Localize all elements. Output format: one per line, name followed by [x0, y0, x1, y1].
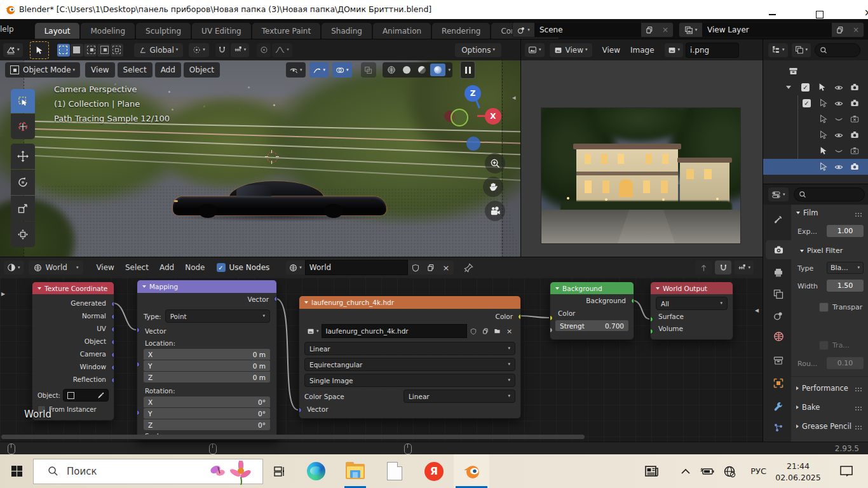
use-nodes-row[interactable]: ✓ Use Nodes	[217, 263, 270, 272]
gizmo-minus-z-ball[interactable]	[466, 137, 480, 151]
socket-location[interactable]	[137, 362, 140, 367]
color-space-dropdown[interactable]: Linear▾	[403, 390, 515, 403]
outliner-row-object[interactable]	[763, 127, 868, 143]
editor-type-button-image[interactable]: ▾	[525, 43, 545, 57]
tray-network[interactable]	[718, 454, 741, 488]
performance-drag-dots[interactable]	[855, 387, 862, 391]
node-snap-settings-dropdown[interactable]: ▾	[735, 261, 754, 274]
close-button[interactable]: ×	[863, 8, 868, 18]
render-camera-icon[interactable]	[850, 83, 859, 92]
tool-rotate-button[interactable]	[11, 170, 35, 195]
shading-material-button[interactable]	[415, 64, 429, 76]
tab-modifier-properties[interactable]	[766, 396, 791, 416]
editor-type-button-viewport[interactable]: ▾	[3, 43, 23, 57]
tab-output-properties[interactable]	[766, 263, 791, 282]
node-environment-texture[interactable]: laufenurg_church_4k.hdr Color ▾ laufenur…	[299, 295, 521, 419]
rotation-z-field[interactable]: Z0°	[144, 419, 270, 430]
film-panel-header[interactable]: Film	[796, 208, 818, 217]
hide-eye-icon[interactable]	[834, 163, 843, 172]
task-view-button[interactable]	[263, 454, 296, 488]
outliner-row-object-hidden2[interactable]	[763, 143, 868, 159]
viewport-menu-view[interactable]: View	[85, 62, 114, 78]
image-menu-image[interactable]: Image	[630, 46, 654, 55]
socket-object[interactable]	[111, 339, 114, 345]
world-name-field[interactable]: World	[305, 260, 408, 275]
film-panel-drag-dots[interactable]	[855, 212, 862, 217]
env-copy-button[interactable]	[479, 325, 491, 337]
pixel-filter-panel-header[interactable]: Pixel Filter	[800, 247, 843, 255]
view-layer-unlink-button[interactable]: ×	[848, 23, 864, 37]
tab-rendering[interactable]: Rendering	[432, 23, 490, 39]
node-snap-toggle[interactable]	[715, 261, 731, 274]
shader-type-dropdown[interactable]: World ▾	[29, 261, 84, 274]
eye-closed-icon[interactable]	[834, 116, 843, 124]
socket-generated[interactable]	[111, 301, 114, 307]
image-menu-view[interactable]: View	[602, 46, 620, 55]
select-mode-invert[interactable]	[97, 44, 110, 57]
bake-drag-dots[interactable]	[855, 406, 862, 410]
grease-pencil-panel-header[interactable]: Grease Pencil	[796, 422, 851, 431]
filter-width-value[interactable]: 1.50	[827, 280, 864, 292]
taskbar-blender-active[interactable]	[454, 454, 489, 488]
tray-hidden-icons-chevron[interactable]	[676, 454, 695, 488]
object-field[interactable]	[63, 389, 109, 402]
location-z-field[interactable]: Z0 m	[144, 372, 270, 383]
zoom-button[interactable]	[485, 153, 505, 173]
roughness-value[interactable]: 0.10	[827, 357, 864, 369]
camera-view-button[interactable]	[485, 201, 505, 221]
env-image-name-field[interactable]: laufenurg_church_4k.hdr	[322, 324, 467, 338]
selectable-icon[interactable]	[819, 114, 828, 123]
socket-window[interactable]	[111, 365, 114, 370]
tab-render-properties[interactable]	[766, 240, 791, 259]
maximize-button[interactable]	[815, 9, 825, 19]
view-layer-browse-button[interactable]: ▾	[679, 23, 702, 37]
menu-help-partial[interactable]: lelp	[0, 25, 14, 34]
pivot-point-dropdown[interactable]: ▾	[189, 43, 209, 57]
proportional-falloff-dropdown[interactable]: ▾	[272, 43, 292, 57]
tray-language[interactable]: РУС	[750, 466, 766, 476]
scene-browse-button[interactable]: ▾	[513, 23, 534, 37]
socket-camera[interactable]	[111, 352, 114, 358]
tab-collection-properties[interactable]	[766, 351, 791, 370]
filter-type-dropdown[interactable]: Bla...▾	[827, 262, 864, 274]
socket-color-out[interactable]	[518, 314, 521, 320]
outliner-row-subcollection[interactable]: ✓	[763, 95, 868, 111]
tab-world-properties[interactable]	[766, 327, 791, 346]
image-mode-dropdown[interactable]: View ▾	[550, 43, 592, 57]
viewport-menu-object[interactable]: Object	[184, 62, 220, 78]
tray-battery[interactable]	[695, 454, 718, 488]
mode-dropdown[interactable]: Object Mode ▾	[5, 62, 80, 78]
env-fake-user-button[interactable]	[467, 325, 479, 337]
node-world-output[interactable]: World Output All▾ Surface Volume	[650, 281, 733, 340]
shader-menu-select[interactable]: Select	[125, 263, 149, 272]
proportional-edit-toggle[interactable]	[257, 43, 271, 57]
render-camera-icon[interactable]	[850, 98, 859, 107]
socket-rotation[interactable]	[137, 410, 140, 416]
node-sidebar-toggle-right[interactable]: ◂	[755, 306, 759, 315]
transform-orientation-dropdown[interactable]: Global ▾	[134, 43, 184, 57]
navigation-gizmo[interactable]: Z X	[442, 83, 512, 159]
gizmo-x-ball[interactable]: X	[485, 108, 501, 125]
outliner-row-collection[interactable]: ✓	[763, 79, 868, 95]
socket-uv[interactable]	[111, 327, 114, 332]
selectable-icon[interactable]	[819, 98, 828, 107]
selectable-icon[interactable]	[819, 130, 828, 139]
node-sidebar-toggle-left[interactable]: ▸	[1, 289, 5, 298]
render-camera-icon[interactable]	[850, 162, 859, 171]
taskbar-explorer[interactable]	[336, 454, 375, 488]
selectable-icon[interactable]	[819, 146, 828, 155]
bake-panel-header[interactable]: Bake	[796, 403, 820, 412]
gizmo-z-ball[interactable]: Z	[465, 85, 481, 102]
use-nodes-checkbox[interactable]: ✓	[217, 263, 226, 272]
tab-animation[interactable]: Animation	[373, 23, 431, 39]
start-button[interactable]	[0, 454, 33, 488]
scene-unlink-button[interactable]: ×	[658, 23, 673, 37]
world-unlink-button[interactable]: ×	[438, 261, 454, 274]
shading-rendered-button[interactable]	[430, 64, 445, 76]
tab-tool-properties[interactable]	[766, 210, 791, 229]
snap-toggle-button[interactable]	[215, 43, 229, 57]
shader-menu-view[interactable]: View	[96, 263, 114, 272]
tray-clock[interactable]: 21:44 02.06.2025	[771, 461, 825, 484]
select-mode-extend[interactable]	[71, 44, 83, 57]
scene-copy-button[interactable]	[641, 23, 658, 37]
